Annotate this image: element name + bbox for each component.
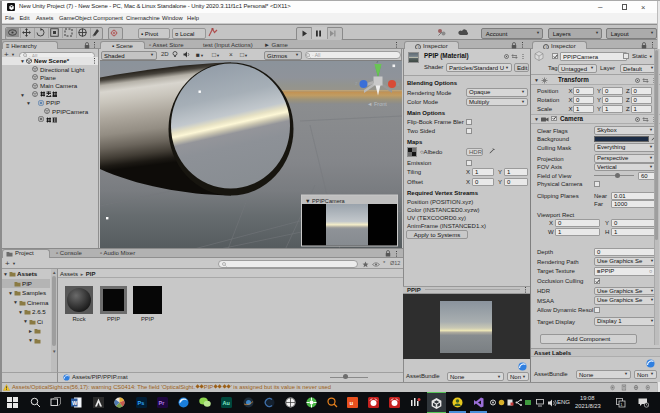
svg-text:▼ PPIPCamera: ▼ PPIPCamera — [305, 198, 346, 204]
svg-text:u: u — [350, 400, 354, 406]
svg-text:Pr: Pr — [159, 400, 166, 406]
svg-text:Au: Au — [223, 400, 230, 406]
svg-text:W: W — [72, 400, 78, 406]
svg-text:Ps: Ps — [137, 400, 144, 406]
svg-text:◄ Front: ◄ Front — [367, 101, 387, 107]
